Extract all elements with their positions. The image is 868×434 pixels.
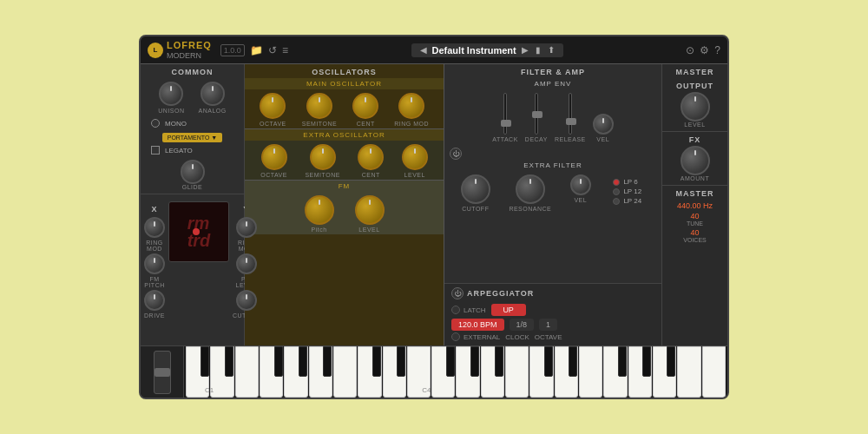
- arp-division-value[interactable]: 1/8: [510, 319, 535, 331]
- stop-btn[interactable]: ▮: [534, 45, 542, 55]
- white-key[interactable]: [505, 346, 529, 398]
- attack-thumb[interactable]: [501, 120, 511, 127]
- x-fmpitch-knob[interactable]: [144, 253, 165, 274]
- settings-circle-icon[interactable]: ⊙: [686, 44, 694, 56]
- fm-row: Pitch LEVEL: [245, 192, 444, 234]
- logo-text: LOFREQ: [167, 41, 212, 50]
- black-key[interactable]: [323, 346, 332, 377]
- filter-amp-section: FILTER & AMP AMP ENV ATTACK: [444, 64, 662, 345]
- menu-icon[interactable]: ≡: [282, 44, 288, 56]
- extra-octave-knob[interactable]: [261, 144, 287, 170]
- gear-icon[interactable]: ⚙: [700, 44, 709, 56]
- pitch-slider[interactable]: [154, 351, 171, 394]
- upload-btn[interactable]: ⬆: [546, 45, 556, 55]
- main-cent-knob[interactable]: [352, 93, 378, 119]
- release-fader: RELEASE: [555, 93, 586, 142]
- amp-faders-group: ATTACK DECAY RELEASE: [444, 89, 661, 144]
- pitch-thumb[interactable]: [155, 368, 170, 377]
- arp-direction-select[interactable]: UP: [491, 304, 526, 316]
- master-section-label: MASTER: [676, 64, 714, 78]
- black-key[interactable]: [201, 346, 209, 377]
- refresh-icon[interactable]: ↺: [268, 44, 277, 56]
- black-key[interactable]: [372, 346, 381, 377]
- black-key[interactable]: [495, 346, 503, 377]
- black-key[interactable]: [642, 346, 651, 377]
- main-ringmod-knob[interactable]: [398, 93, 424, 119]
- black-key[interactable]: [446, 346, 455, 377]
- mono-radio[interactable]: [151, 119, 160, 128]
- main-octave-knob[interactable]: [260, 93, 286, 119]
- glide-knob[interactable]: [181, 160, 205, 184]
- decay-thumb[interactable]: [532, 111, 542, 118]
- vel-fader-amp: VEL: [593, 114, 614, 142]
- arp-octave-value[interactable]: 1: [539, 319, 557, 331]
- piano-keys-container: [184, 346, 727, 398]
- extra-level-knob[interactable]: [402, 144, 428, 170]
- white-key[interactable]: [702, 346, 726, 398]
- black-key[interactable]: [544, 346, 553, 377]
- fm-level-knob[interactable]: [355, 195, 385, 225]
- fm-area: FM Pitch LEVEL: [245, 180, 444, 234]
- resonance-knob[interactable]: [516, 174, 545, 204]
- output-level-knob[interactable]: [681, 92, 710, 122]
- vel-amp-knob[interactable]: [593, 114, 614, 135]
- arp-power-btn[interactable]: ⏻: [451, 287, 464, 299]
- pad-x-col: X RING MOD FM PITCH DRIVE: [144, 201, 165, 319]
- mono-label: MONO: [165, 120, 187, 128]
- analog-knob[interactable]: [201, 82, 225, 106]
- legato-row: LEGATO: [141, 144, 244, 156]
- legato-checkbox[interactable]: [151, 146, 160, 155]
- octave-label: OCTAVE: [535, 333, 562, 341]
- black-key[interactable]: [299, 346, 307, 377]
- decay-track[interactable]: [535, 93, 538, 135]
- y-ringmod-knob[interactable]: [236, 217, 257, 238]
- white-key[interactable]: [407, 346, 431, 398]
- white-key[interactable]: [333, 346, 357, 398]
- lp12-btn[interactable]: LP 12: [613, 187, 641, 195]
- lp24-btn[interactable]: LP 24: [613, 197, 641, 205]
- fx-amount-knob[interactable]: [681, 146, 710, 175]
- keyboard-section: C1 C4: [141, 345, 727, 398]
- attack-track[interactable]: [503, 93, 507, 135]
- black-key[interactable]: [225, 346, 233, 377]
- folder-icon[interactable]: 📁: [250, 44, 263, 56]
- white-key[interactable]: [235, 346, 259, 398]
- main-semitone-knob[interactable]: [306, 93, 332, 119]
- next-preset-btn[interactable]: ▶: [520, 45, 530, 55]
- white-key[interactable]: [677, 346, 700, 398]
- master-val-label: MASTER: [676, 189, 714, 200]
- fm-pitch-knob[interactable]: [305, 195, 334, 225]
- extra-cent-knob[interactable]: [358, 144, 384, 170]
- white-key[interactable]: [579, 346, 602, 398]
- external-btn[interactable]: EXTERNAL: [451, 332, 500, 341]
- filter-type-col: LP 6 LP 12 LP 24: [609, 174, 645, 212]
- black-key[interactable]: [274, 346, 283, 377]
- unison-knob[interactable]: [159, 82, 183, 106]
- x-ringmod-knob[interactable]: [144, 217, 165, 238]
- black-key[interactable]: [569, 346, 577, 377]
- release-thumb[interactable]: [566, 118, 576, 125]
- x-drive-knob[interactable]: [144, 290, 165, 311]
- release-track[interactable]: [569, 93, 572, 135]
- prev-preset-btn[interactable]: ◀: [418, 45, 429, 55]
- black-key[interactable]: [470, 346, 479, 377]
- black-key[interactable]: [618, 346, 627, 377]
- tune-value: 40: [690, 212, 699, 220]
- black-key[interactable]: [397, 346, 405, 377]
- amp-env-col: AMP ENV ATTACK DECAY: [444, 78, 661, 283]
- portamento-btn[interactable]: PORTAMENTO ▼: [162, 133, 223, 142]
- latch-btn[interactable]: LATCH: [451, 306, 486, 314]
- lp6-btn[interactable]: LP 6: [613, 178, 641, 186]
- help-icon[interactable]: ?: [714, 44, 720, 56]
- logo-icon: L: [148, 43, 163, 58]
- y-pmlevel-knob[interactable]: [236, 253, 257, 274]
- cutoff-knob[interactable]: [461, 174, 490, 204]
- black-key[interactable]: [667, 346, 675, 377]
- filter-amp-label: FILTER & AMP: [444, 64, 661, 78]
- pad-canvas[interactable]: rmtrd: [168, 201, 229, 262]
- arp-bpm-value[interactable]: 120.0 BPM: [451, 319, 504, 331]
- extra-semitone-knob[interactable]: [310, 144, 336, 170]
- vel-filter-knob[interactable]: [570, 174, 591, 195]
- extra-filter-power-btn[interactable]: ⏻: [450, 148, 462, 160]
- y-cutoff-knob[interactable]: [236, 290, 257, 311]
